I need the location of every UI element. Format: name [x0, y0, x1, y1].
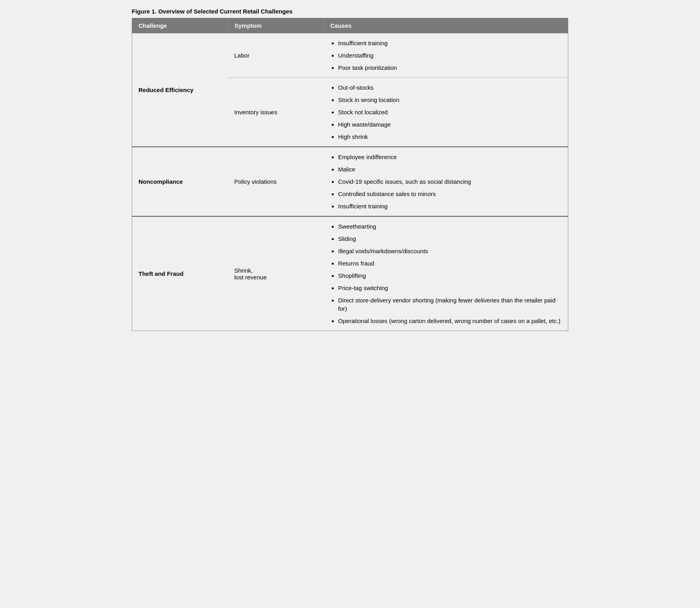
- figure-title: Figure 1. Overview of Selected Current R…: [132, 8, 568, 15]
- cause-item: Malice: [338, 165, 562, 173]
- table-header-row: Challenge Symptom Causes: [132, 18, 568, 33]
- challenges-table: Challenge Symptom Causes Reduced Efficie…: [132, 18, 568, 331]
- causes-cell: Out-of-stocksStock in wrong locationStoc…: [324, 78, 568, 147]
- header-challenge: Challenge: [132, 18, 228, 33]
- table-row: Theft and FraudShrink,lost revenueSweeth…: [132, 216, 568, 331]
- causes-cell: SweetheartingSlidingIllegal voids/markdo…: [324, 216, 568, 331]
- cause-item: Sliding: [338, 235, 562, 243]
- causes-cell: Employee indifferenceMaliceCovid-19 spec…: [324, 147, 568, 216]
- cause-item: Poor task prioritization: [338, 63, 562, 72]
- challenge-cell: Theft and Fraud: [132, 216, 228, 331]
- table-row: Reduced EfficiencyLaborInsufficient trai…: [132, 33, 568, 78]
- header-causes: Causes: [324, 18, 568, 33]
- cause-item: Insufficient training: [338, 202, 562, 210]
- cause-item: Insufficient training: [338, 39, 562, 47]
- symptom-cell: Policy violations: [228, 147, 324, 216]
- cause-item: Covid-19 specific issues, such as social…: [338, 177, 562, 186]
- cause-item: Price-tag switching: [338, 284, 562, 292]
- cause-item: Stock in wrong location: [338, 96, 562, 104]
- cause-item: Controlled substance sales to minors: [338, 190, 562, 198]
- symptom-cell: Labor: [228, 33, 324, 78]
- cause-item: Out-of-stocks: [338, 83, 562, 92]
- symptom-cell: Inventory issues: [228, 78, 324, 147]
- cause-item: High waste/damage: [338, 120, 562, 129]
- cause-item: Understaffing: [338, 51, 562, 60]
- table-row: NoncompliancePolicy violationsEmployee i…: [132, 147, 568, 216]
- figure-container: Figure 1. Overview of Selected Current R…: [132, 8, 568, 331]
- cause-item: Sweethearting: [338, 222, 562, 231]
- cause-item: Stock not localized: [338, 108, 562, 116]
- challenge-cell: Noncompliance: [132, 147, 228, 216]
- causes-cell: Insufficient trainingUnderstaffingPoor t…: [324, 33, 568, 78]
- challenge-cell: Reduced Efficiency: [132, 33, 228, 147]
- cause-item: Returns fraud: [338, 259, 562, 267]
- header-symptom: Symptom: [228, 18, 324, 33]
- symptom-cell: Shrink,lost revenue: [228, 216, 324, 331]
- cause-item: Employee indifference: [338, 153, 562, 161]
- cause-item: Illegal voids/markdowns/discounts: [338, 247, 562, 255]
- cause-item: Direct store-delivery vendor shorting (m…: [338, 296, 562, 313]
- cause-item: High shrink: [338, 133, 562, 141]
- cause-item: Operational losses (wrong carton deliver…: [338, 317, 562, 325]
- cause-item: Shoplifting: [338, 271, 562, 280]
